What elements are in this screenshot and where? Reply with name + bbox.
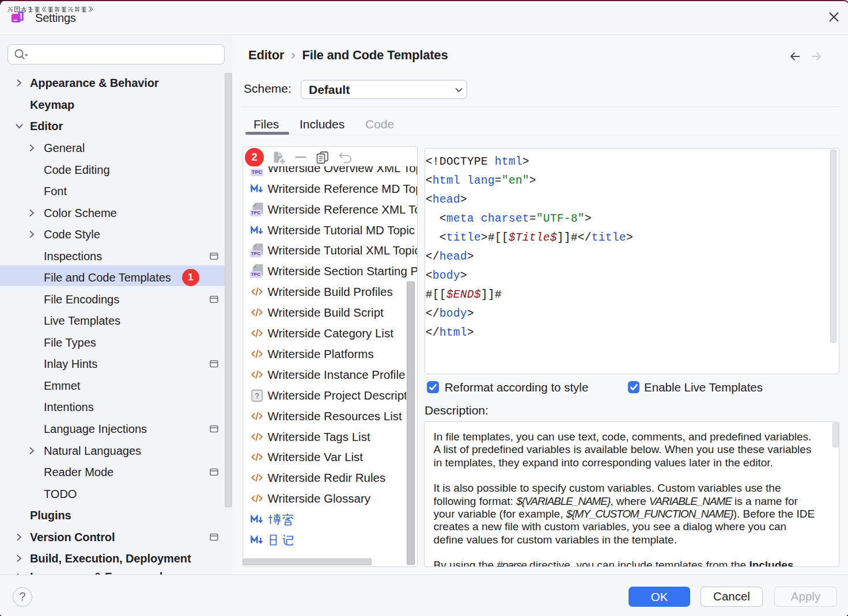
svg-text:?: ?: [255, 391, 259, 400]
